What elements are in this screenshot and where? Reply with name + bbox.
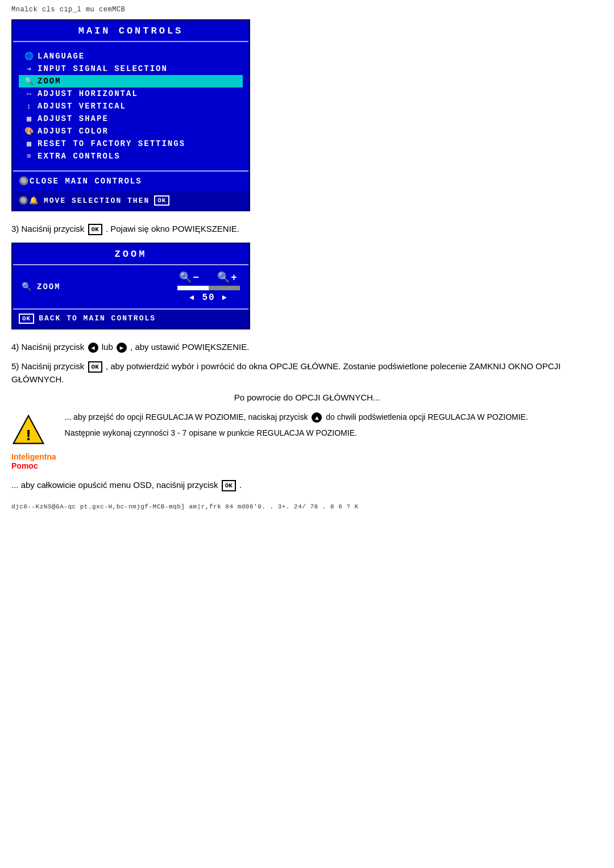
menu-item-reset[interactable]: ▦ RESET TO FACTORY SETTINGS [19,137,243,150]
zoom-value: 50 [202,293,215,303]
adjust-vertical-label: ADJUST VERTICAL [38,102,126,111]
warning-section: ! Inteligentna Pomoc ... aby przejść do … [11,411,603,470]
adjust-shape-label: ADJUST SHAPE [38,114,109,123]
step5-text: 5) Naciśnij przycisk OK , aby potwierdzi… [11,360,603,386]
ok-badge: OK [154,195,169,206]
adjust-horizontal-label: ADJUST HORIZONTAL [38,89,138,98]
warning-triangle-container: ! Inteligentna Pomoc [11,411,56,470]
step4-text: 4) Naciśnij przycisk ◄ lub ► , aby ustaw… [11,341,603,354]
warning-up-arrow: ▲ [312,412,322,423]
main-controls-title: MAIN CONTROLS [13,21,248,42]
adjust-horizontal-icon: ↔ [22,90,38,98]
zoom-back-ok-badge: OK [19,314,34,324]
adjust-shape-icon: ▦ [22,114,38,123]
close-label: CLOSE MAIN CONTROLS [30,177,142,186]
warning-triangle-icon: ! [11,414,45,448]
zoom-slider[interactable] [177,286,240,290]
footer-icons: 🔘🔔 [19,196,39,205]
reset-label: RESET TO FACTORY SETTINGS [38,139,185,148]
input-signal-label: INPUT SIGNAL SELECTION [38,64,168,73]
menu-item-zoom[interactable]: 🔍 ZOOM [19,75,243,87]
menu-item-language[interactable]: 🌐 LANGUAGE [19,50,243,62]
step-last-text: ... aby całkowicie opuścić menu OSD, nac… [11,479,603,492]
adjust-vertical-icon: ↕ [22,102,38,111]
menu-footer: 🔘🔔 MOVE SELECTION THEN OK [13,191,248,210]
zoom-icons-row: 🔍− 🔍+ [179,271,238,283]
svg-text:!: ! [23,427,33,445]
step5-ok-badge: OK [88,361,102,373]
close-main-controls[interactable]: 🔘 CLOSE MAIN CONTROLS [19,176,243,186]
menu-item-input-signal[interactable]: ⇒ INPUT SIGNAL SELECTION [19,62,243,75]
menu-item-extra-controls[interactable]: ≡ EXTRA CONTROLS [19,150,243,162]
warning-label-line1: Inteligentna [11,452,56,461]
bottom-bar: djc8--KzNS@GA-qc pt.gxc-H,bc-nmjgf-MCB-m… [11,503,603,510]
extra-controls-icon: ≡ [22,152,38,161]
top-bar: Mnalck cls cip_l mu cemMCB [11,6,603,14]
step3-ok-badge: OK [88,224,102,236]
footer-label: MOVE SELECTION THEN [44,197,150,205]
zoom-controls: 🔍− 🔍+ ◄ 50 ► [177,271,240,303]
step3-text: 3) Naciśnij przycisk OK . Pojawi się okn… [11,223,603,236]
step-last-ok-badge: OK [222,480,236,492]
zoom-back[interactable]: OK BACK TO MAIN CONTROLS [13,308,248,328]
input-signal-icon: ⇒ [22,64,38,73]
warning-label-line2: Pomoc [11,461,56,470]
zoom-back-label: BACK TO MAIN CONTROLS [39,314,156,323]
language-icon: 🌐 [22,52,38,61]
warning-para2: Następnie wykonaj czynności 3 - 7 opisan… [65,427,528,439]
zoom-value-row: ◄ 50 ► [189,293,228,303]
menu-item-adjust-horizontal[interactable]: ↔ ADJUST HORIZONTAL [19,87,243,100]
language-label: LANGUAGE [38,52,85,61]
warning-label: Inteligentna Pomoc [11,452,56,470]
zoom-item-label: 🔍 ZOOM [22,282,61,291]
zoom-box: ZOOM 🔍 ZOOM 🔍− 🔍+ ◄ 50 ► OK BACK TO MAIN… [11,243,250,329]
topbar-text: Mnalck cls cip_l mu cemMCB [11,6,125,14]
main-controls-box: MAIN CONTROLS 🌐 LANGUAGE ⇒ INPUT SIGNAL … [11,19,250,211]
menu-item-adjust-vertical[interactable]: ↕ ADJUST VERTICAL [19,100,243,112]
close-icon: 🔘 [19,176,30,186]
zoom-out-icon[interactable]: 🔍− [179,271,200,283]
zoom-slider-fill [177,286,209,290]
zoom-icon: 🔍 [22,77,38,86]
warning-text-block: ... aby przejść do opcji REGULACJA W POZ… [65,411,528,440]
reset-icon: ▦ [22,139,38,148]
extra-controls-label: EXTRA CONTROLS [38,152,121,161]
right-arrow-icon: ► [117,343,127,353]
left-arrow-icon: ◄ [88,343,98,353]
bottombar-text: djc8--KzNS@GA-qc pt.gxc-H,bc-nmjgf-MCB-m… [11,503,359,510]
adjust-color-icon: 🎨 [22,127,38,136]
zoom-in-icon[interactable]: 🔍+ [217,271,238,283]
zoom-label-text: ZOOM [37,282,61,291]
zoom-content: 🔍 ZOOM 🔍− 🔍+ ◄ 50 ► [13,265,248,308]
warning-para1: ... aby przejść do opcji REGULACJA W POZ… [65,411,528,423]
zoom-label: ZOOM [38,77,61,86]
menu-bottom: 🔘 CLOSE MAIN CONTROLS [13,170,248,190]
zoom-search-icon: 🔍 [22,282,32,291]
menu-item-adjust-color[interactable]: 🎨 ADJUST COLOR [19,125,243,137]
menu-items-list: 🌐 LANGUAGE ⇒ INPUT SIGNAL SELECTION 🔍 ZO… [13,42,248,170]
zoom-title: ZOOM [13,244,248,265]
zoom-left-arrow[interactable]: ◄ [189,293,195,302]
centered-text: Po powrocie do OPCJI GŁÓWNYCH... [11,393,603,402]
adjust-color-label: ADJUST COLOR [38,127,109,136]
zoom-right-arrow[interactable]: ► [222,293,228,302]
menu-item-adjust-shape[interactable]: ▦ ADJUST SHAPE [19,112,243,125]
